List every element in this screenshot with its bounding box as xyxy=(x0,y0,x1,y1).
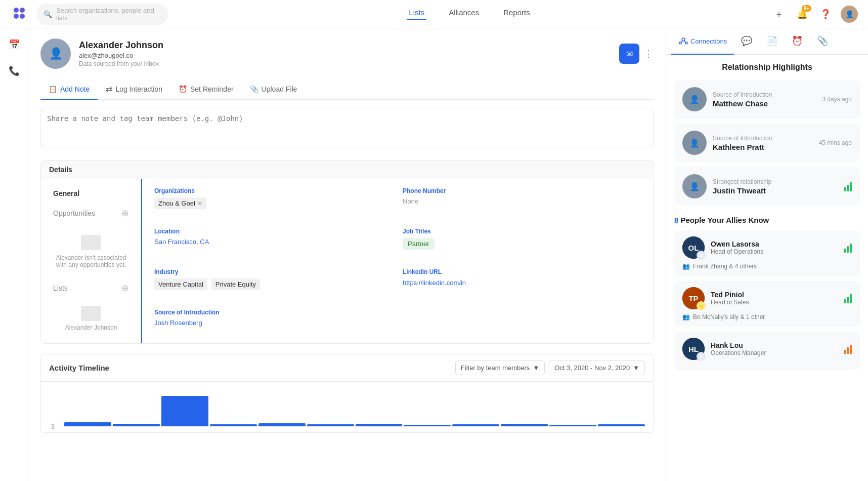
chat-icon: 💬 xyxy=(741,35,752,47)
justin-bar-chart xyxy=(844,181,852,191)
profile-name: Alexander Johnson xyxy=(79,40,611,51)
ted-name: Ted Piniol xyxy=(711,291,838,299)
details-header: Details xyxy=(41,161,653,179)
action-tabs: 📋 Add Note ⇄ Log Interaction ⏰ Set Remin… xyxy=(40,79,654,100)
person-card-ted: TP ⭐ Ted Piniol Head of Sales 👥 xyxy=(674,281,860,327)
add-opportunity-icon[interactable]: ⊕ xyxy=(121,208,129,219)
note-input[interactable] xyxy=(40,108,654,148)
sidebar-phone-button[interactable]: 📞 xyxy=(4,61,24,81)
org-label: Organizations xyxy=(154,187,393,194)
svg-point-1 xyxy=(20,8,25,13)
timeline-chart: 3 xyxy=(41,382,653,432)
chart-number: 3 xyxy=(51,423,55,430)
justin-rel-label: Strongest relationship xyxy=(713,178,838,185)
ted-connections: 👥 Bo McNally's ally & 1 other xyxy=(682,313,852,320)
owen-name: Owen Lasorsa xyxy=(711,240,838,248)
search-icon: 🔍 xyxy=(44,10,52,18)
notifications-button[interactable]: 🔔 9+ xyxy=(794,6,810,22)
tab-set-reminder[interactable]: ⏰ Set Reminder xyxy=(170,79,242,100)
nav-link-alliances[interactable]: Alliances xyxy=(447,8,481,20)
rp-tab-document[interactable]: 📄 xyxy=(759,28,785,55)
field-location: Location San Francisco, CA xyxy=(154,228,393,258)
ted-bar-chart xyxy=(844,293,852,303)
left-sidebar: 📅 📞 xyxy=(0,28,28,481)
right-panel-tabs: Connections 💬 📄 ⏰ 📎 xyxy=(666,28,868,55)
hank-title: Operations Manager xyxy=(711,349,838,356)
more-options-button[interactable]: ⋮ xyxy=(643,44,654,64)
date-range-select[interactable]: Oct 3, 2020 - Nov 2, 2020 ▼ xyxy=(549,360,645,375)
help-button[interactable]: ❓ xyxy=(817,6,834,22)
add-list-icon[interactable]: ⊕ xyxy=(121,283,129,294)
help-icon: ❓ xyxy=(820,9,831,20)
person-card-owen: OL ⚙ Owen Lasorsa Head of Operations 👥 xyxy=(674,230,860,276)
timeline-controls: Filter by team members ▼ Oct 3, 2020 - N… xyxy=(455,360,645,375)
matthew-info: Source of Introduction Matthew Chase xyxy=(713,91,816,108)
tab-upload-file[interactable]: 📎 Upload File xyxy=(242,79,306,100)
details-section: Details General Opportunities ⊕ Alexande… xyxy=(40,160,654,344)
justin-name: Justin Thweatt xyxy=(713,186,838,195)
field-industry: Industry Venture Capital Private Equity xyxy=(154,268,393,299)
hank-avatar: HL ⚙ xyxy=(682,338,705,360)
owen-connections: 👥 Frank Zhang & 4 others xyxy=(682,263,852,270)
filter-label: Filter by team members xyxy=(461,364,530,372)
details-nav-general[interactable]: General xyxy=(47,185,135,202)
chart-bar xyxy=(356,424,403,426)
right-panel: Connections 💬 📄 ⏰ 📎 Relationship Highlig… xyxy=(666,28,868,481)
chart-bar xyxy=(210,424,257,426)
owen-info: Owen Lasorsa Head of Operations xyxy=(711,240,838,255)
hank-info: Hank Lou Operations Manager xyxy=(711,341,838,356)
tab-log-interaction[interactable]: ⇄ Log Interaction xyxy=(98,79,170,100)
tab-add-note[interactable]: 📋 Add Note xyxy=(40,79,98,100)
profile-actions: ✉ ⋮ xyxy=(619,44,654,64)
filter-by-team-select[interactable]: Filter by team members ▼ xyxy=(455,360,545,375)
matthew-intro-label: Source of Introduction xyxy=(713,91,816,98)
email-icon: ✉ xyxy=(626,49,633,59)
hank-bar-chart xyxy=(844,344,852,354)
top-navigation: 🔍 Search organizations, people and lists… xyxy=(0,0,868,28)
connections-label: Connections xyxy=(690,37,727,45)
rp-tab-chat[interactable]: 💬 xyxy=(734,28,759,55)
add-button[interactable]: ＋ xyxy=(771,6,787,22)
note-icon: 📋 xyxy=(49,85,57,93)
rp-tab-alarm[interactable]: ⏰ xyxy=(785,28,810,55)
industry-tags: Venture Capital Private Equity xyxy=(154,278,393,290)
chart-bar xyxy=(452,424,499,426)
job-titles-label: Job Titles xyxy=(403,228,641,235)
svg-point-2 xyxy=(14,14,19,19)
opportunity-placeholder: Alexander isn't associated with any oppo… xyxy=(47,225,135,278)
linkedin-link[interactable]: https://linkedin.com/in xyxy=(403,279,466,287)
details-nav-lists[interactable]: Lists ⊕ xyxy=(47,278,135,298)
email-button[interactable]: ✉ xyxy=(619,44,639,64)
industry-tag-pe: Private Equity xyxy=(211,278,260,290)
rp-tab-connections[interactable]: Connections xyxy=(671,28,734,55)
remove-org-tag[interactable]: ✕ xyxy=(197,200,202,207)
svg-line-7 xyxy=(681,41,682,43)
alarm-icon: ⏰ xyxy=(792,35,803,47)
chart-bar xyxy=(598,424,645,426)
list-placeholder-name: Alexander Johnson xyxy=(51,324,131,331)
chart-bar xyxy=(307,424,354,426)
person-card-hank: HL ⚙ Hank Lou Operations Manager xyxy=(674,332,860,370)
details-left-nav: General Opportunities ⊕ Alexander isn't … xyxy=(41,179,142,343)
owen-avatar: OL ⚙ xyxy=(682,236,705,259)
nav-actions: ＋ 🔔 9+ ❓ 👤 xyxy=(771,6,858,23)
field-linkedin: LinkedIn URL https://linkedin.com/in xyxy=(403,268,641,299)
search-bar[interactable]: 🔍 Search organizations, people and lists xyxy=(36,4,168,25)
ted-title: Head of Sales xyxy=(711,299,838,306)
nav-link-reports[interactable]: Reports xyxy=(501,8,532,20)
rp-tab-attachment[interactable]: 📎 xyxy=(810,28,835,55)
reminder-icon: ⏰ xyxy=(179,85,187,93)
field-source: Source of Introduction Josh Rosenberg xyxy=(154,309,393,335)
app-logo xyxy=(10,4,28,24)
user-avatar[interactable]: 👤 xyxy=(841,6,858,23)
kathleen-time: 45 mins ago xyxy=(819,139,852,146)
kathleen-name: Kathleen Pratt xyxy=(713,143,813,151)
document-icon: 📄 xyxy=(766,35,777,47)
nav-link-lists[interactable]: Lists xyxy=(407,8,426,20)
sidebar-calendar-button[interactable]: 📅 xyxy=(4,34,24,55)
details-nav-opportunities[interactable]: Opportunities ⊕ xyxy=(47,204,135,223)
field-organizations: Organizations Zhou & Goel ✕ xyxy=(154,187,393,218)
attachment-icon: 📎 xyxy=(817,35,828,47)
field-job-titles: Job Titles Partner xyxy=(403,228,641,258)
tab-set-reminder-label: Set Reminder xyxy=(190,85,234,93)
